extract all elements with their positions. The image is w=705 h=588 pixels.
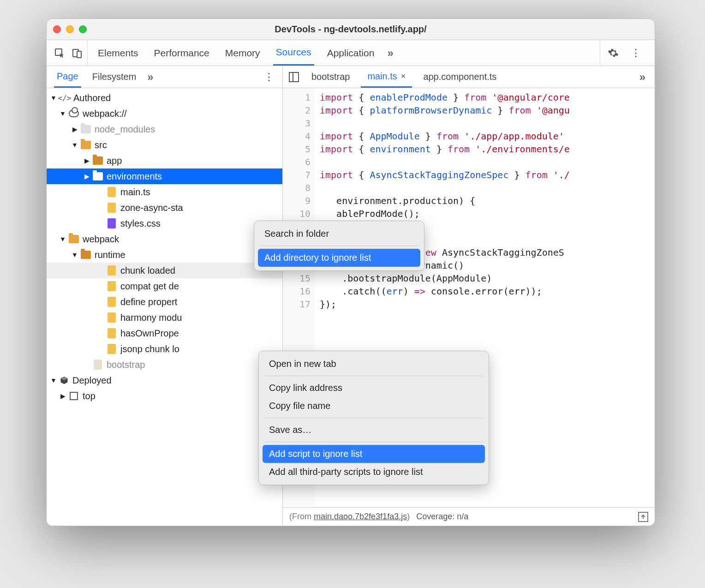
tree-item-top[interactable]: ▶top [47,388,282,404]
tree-item-node-modules[interactable]: ▶node_modules [47,121,282,137]
close-tab-icon[interactable]: × [401,72,406,81]
subtab-page[interactable]: Page [54,66,81,88]
status-from-prefix: (From [289,512,314,521]
menu-item-add-directory-to-ignore-list[interactable]: Add directory to ignore list [258,249,420,267]
tree-item-label: webpack [83,234,119,245]
tree-item-label: top [83,391,96,402]
tree-item-harmony-modu[interactable]: harmony modu [47,310,282,325]
code-brackets-icon: </> [60,93,70,103]
tree-item-label: main.ts [120,187,150,198]
tree-item-label: app [107,156,122,166]
svg-rect-2 [77,51,81,58]
tree-item-webpack-[interactable]: ▼webpack:// [47,106,282,121]
folder-icon [93,171,103,181]
file-icon [107,281,117,291]
menu-item-copy-link-address[interactable]: Copy link address [263,379,485,397]
tree-item-label: compat get de [120,281,179,292]
file-icon [107,265,117,276]
file-icon [107,218,117,228]
tree-item-zone-async-sta[interactable]: zone-async-sta [47,200,282,216]
folder-icon [81,124,91,134]
status-coverage: Coverage: n/a [416,512,468,522]
close-window-button[interactable] [53,25,61,33]
editor-tab-label: bootstrap [311,72,350,82]
status-from-suffix: ) [407,512,410,521]
subtab-filesystem[interactable]: Filesystem [90,66,139,88]
tab-application[interactable]: Application [324,40,377,66]
tree-item-label: webpack:// [83,108,127,119]
window-title: DevTools - ng-devtools.netlify.app/ [47,24,655,35]
context-menu-folder: Search in folderAdd directory to ignore … [254,221,424,271]
editor-tabs: bootstrapmain.ts×app.component.ts» [283,66,655,88]
tree-item-app[interactable]: ▶app [47,153,282,168]
tree-item-label: node_modules [95,124,155,135]
tree-item-runtime[interactable]: ▼runtime [47,247,282,263]
editor-tab-label: app.component.ts [423,72,496,82]
tree-item-authored[interactable]: ▼</>Authored [47,90,282,106]
tree-item-label: zone-async-sta [120,203,183,213]
tab-elements[interactable]: Elements [95,40,141,66]
sources-sidebar: PageFilesystem» ⋮ ▼</>Authored▼webpack:/… [47,66,283,526]
cube-icon [60,376,69,385]
tree-item-label: bootstrap [107,360,145,370]
tree-item-define-propert[interactable]: define propert [47,294,282,310]
menu-item-add-script-to-ignore-list[interactable]: Add script to ignore list [263,445,485,463]
tree-item-environments[interactable]: ▶environments [47,168,282,184]
menu-item-add-all-third-party-scripts-to-ignore-list[interactable]: Add all third-party scripts to ignore li… [263,463,485,481]
tree-item-webpack[interactable]: ▼webpack [47,231,282,247]
editor-tab-app-component-ts[interactable]: app.component.ts [417,66,503,88]
navigator-toggle-icon[interactable] [287,71,300,84]
tab-memory[interactable]: Memory [222,40,263,66]
menu-item-save-as-[interactable]: Save as… [263,421,485,439]
tree-item-label: styles.css [120,218,161,229]
tree-item-label: environments [107,171,162,182]
cloud-icon [69,108,79,119]
tree-item-label: src [95,140,107,150]
menu-item-copy-file-name[interactable]: Copy file name [263,397,485,415]
settings-gear-icon[interactable] [607,47,620,60]
main-kebab-icon[interactable]: ⋮ [626,47,645,59]
folder-icon [81,140,91,150]
tab-performance[interactable]: Performance [151,40,212,66]
tab-sources[interactable]: Sources [273,40,314,66]
editor-tabs-overflow-icon[interactable]: » [639,71,650,84]
file-icon [107,187,117,197]
file-icon [107,328,117,338]
subtabs-overflow-icon[interactable]: » [147,71,153,84]
status-source-link[interactable]: main.daoo.7b2fe3f1fa3.js [314,512,407,521]
folder-icon [81,250,91,260]
folder-icon [69,234,79,244]
editor-tab-bootstrap[interactable]: bootstrap [305,66,356,88]
tree-item-jsonp-chunk-lo[interactable]: jsonp chunk lo [47,341,282,357]
tree-item-label: hasOwnPrope [120,328,179,339]
file-icon [107,297,117,307]
tree-item-compat-get-de[interactable]: compat get de [47,278,282,294]
sidebar-kebab-icon[interactable]: ⋮ [259,71,279,83]
tree-item-label: jsonp chunk lo [120,344,179,354]
tree-item-label: define propert [120,297,177,307]
tree-item-deployed[interactable]: ▼Deployed [47,372,282,388]
tree-item-main-ts[interactable]: main.ts [47,184,282,200]
file-icon [107,203,117,213]
maximize-window-button[interactable] [79,25,87,33]
tree-item-label: runtime [95,250,125,260]
tree-item-hasownprope[interactable]: hasOwnPrope [47,325,282,341]
window-controls [53,25,87,33]
tree-item-chunk-loaded[interactable]: chunk loaded [47,263,282,278]
tabs-overflow-icon[interactable]: » [387,47,393,60]
tree-item-styles-css[interactable]: styles.css [47,216,282,231]
file-icon [93,360,103,370]
tree-item-label: Deployed [72,375,112,386]
menu-item-open-in-new-tab[interactable]: Open in new tab [263,355,485,373]
device-toggle-icon[interactable] [71,47,84,60]
tree-item-src[interactable]: ▼src [47,137,282,153]
editor-tab-main-ts[interactable]: main.ts× [361,66,412,88]
pretty-print-icon[interactable] [638,512,648,522]
tree-item-bootstrap[interactable]: bootstrap [47,357,282,372]
minimize-window-button[interactable] [66,25,74,33]
inspect-element-icon[interactable] [53,47,66,60]
menu-item-search-in-folder[interactable]: Search in folder [258,225,420,243]
editor-statusbar: (From main.daoo.7b2fe3f1fa3.js) Coverage… [283,507,655,526]
file-icon [107,312,117,323]
file-icon [107,344,117,354]
